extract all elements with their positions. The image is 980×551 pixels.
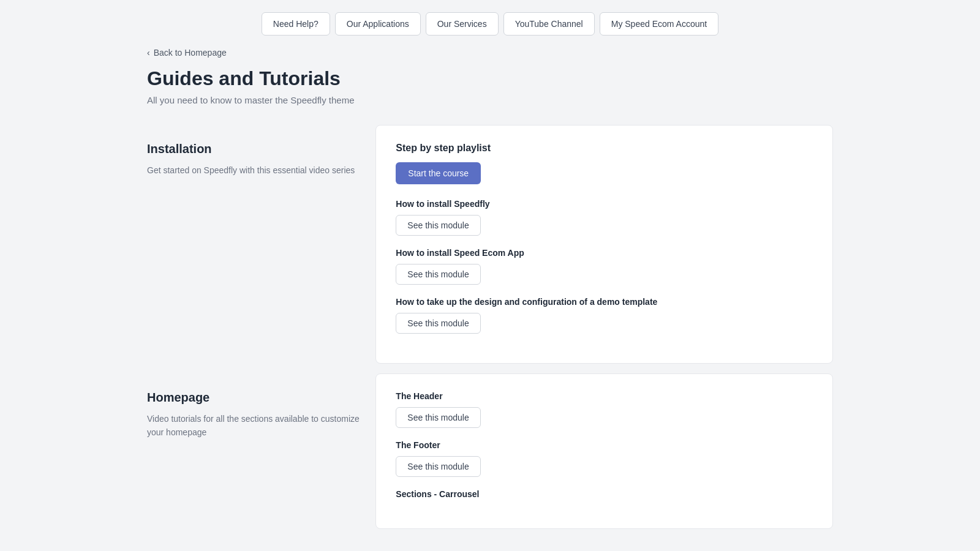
need-help-button[interactable]: Need Help? (262, 12, 330, 36)
see-module-install-speed-ecom-button[interactable]: See this module (396, 264, 480, 285)
installation-description: Get started on Speedfly with this essent… (147, 163, 361, 177)
module-install-speedfly: How to install Speedfly See this module (396, 199, 813, 236)
start-course-button[interactable]: Start the course (396, 162, 481, 184)
main-content: ‹ Back to Homepage Guides and Tutorials … (123, 48, 858, 529)
chevron-left-icon: ‹ (147, 48, 150, 58)
homepage-card: The Header See this module The Footer Se… (375, 373, 833, 529)
page-title: Guides and Tutorials (147, 67, 833, 90)
see-module-footer-button[interactable]: See this module (396, 456, 480, 477)
installation-title: Installation (147, 142, 361, 156)
see-module-demo-template-button[interactable]: See this module (396, 313, 480, 334)
module-install-speed-ecom-title: How to install Speed Ecom App (396, 248, 813, 258)
installation-left: Installation Get started on Speedfly wit… (147, 125, 375, 194)
our-applications-button[interactable]: Our Applications (335, 12, 421, 36)
my-speed-ecom-button[interactable]: My Speed Ecom Account (600, 12, 718, 36)
module-carrousel: Sections - Carrousel (396, 489, 813, 499)
module-install-speedfly-title: How to install Speedfly (396, 199, 813, 209)
see-module-header-button[interactable]: See this module (396, 407, 480, 428)
homepage-description: Video tutorials for all the sections ava… (147, 412, 361, 440)
our-services-button[interactable]: Our Services (426, 12, 499, 36)
module-header: The Header See this module (396, 391, 813, 428)
top-navigation: Need Help? Our Applications Our Services… (0, 0, 980, 48)
back-label: Back to Homepage (154, 48, 227, 58)
module-header-title: The Header (396, 391, 813, 401)
homepage-left: Homepage Video tutorials for all the sec… (147, 373, 375, 457)
module-footer: The Footer See this module (396, 440, 813, 477)
module-carrousel-title: Sections - Carrousel (396, 489, 813, 499)
homepage-section: Homepage Video tutorials for all the sec… (147, 373, 833, 529)
youtube-channel-button[interactable]: YouTube Channel (503, 12, 595, 36)
back-link[interactable]: ‹ Back to Homepage (147, 48, 833, 58)
module-demo-template: How to take up the design and configurat… (396, 297, 813, 334)
installation-section: Installation Get started on Speedfly wit… (147, 125, 833, 364)
module-install-speed-ecom: How to install Speed Ecom App See this m… (396, 248, 813, 285)
page-subtitle: All you need to know to master the Speed… (147, 95, 833, 105)
homepage-title: Homepage (147, 391, 361, 405)
installation-card: Step by step playlist Start the course H… (375, 125, 833, 364)
see-module-install-speedfly-button[interactable]: See this module (396, 215, 480, 236)
module-demo-template-title: How to take up the design and configurat… (396, 297, 813, 307)
playlist-title: Step by step playlist (396, 143, 813, 154)
module-footer-title: The Footer (396, 440, 813, 450)
